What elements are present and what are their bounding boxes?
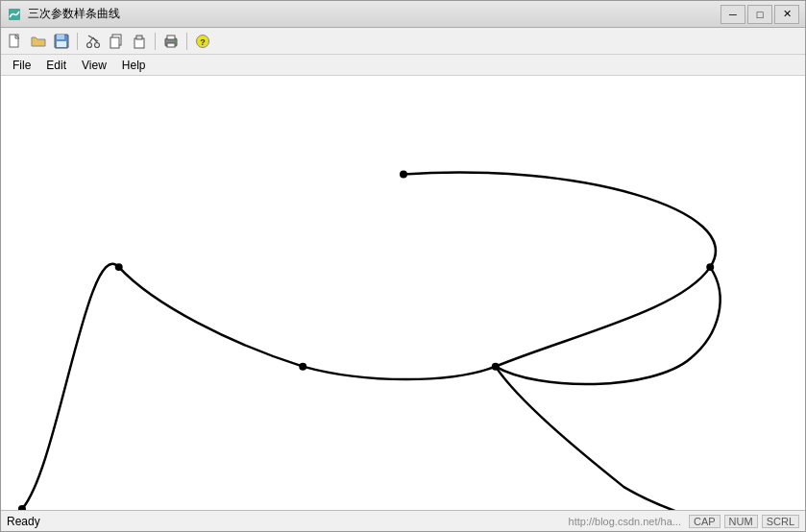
new-button[interactable]: [5, 31, 26, 52]
spline-canvas[interactable]: [1, 76, 805, 510]
print-button[interactable]: [160, 31, 182, 52]
svg-point-6: [95, 42, 100, 47]
cut-button[interactable]: [83, 31, 104, 52]
control-point-4[interactable]: [115, 263, 123, 271]
scrl-indicator: SCRL: [762, 515, 799, 528]
menubar: File Edit View Help: [1, 55, 805, 76]
canvas-area[interactable]: [1, 76, 805, 510]
status-url: http://blog.csdn.net/ha...: [569, 516, 681, 527]
control-point-3[interactable]: [299, 363, 306, 371]
control-point-0[interactable]: [400, 171, 407, 179]
status-text: Ready: [7, 515, 569, 528]
menu-help[interactable]: Help: [114, 57, 154, 74]
minimize-button[interactable]: ─: [721, 5, 745, 24]
main-window: 三次参数样条曲线 ─ □ ✕: [0, 0, 806, 532]
separator-1: [77, 33, 78, 50]
spline-curve-right-lower: [496, 367, 787, 510]
status-indicators: CAP NUM SCRL: [689, 515, 799, 528]
svg-rect-16: [167, 43, 175, 47]
menu-edit[interactable]: Edit: [38, 57, 74, 74]
save-button[interactable]: [51, 31, 72, 52]
open-button[interactable]: [28, 31, 49, 52]
control-point-1[interactable]: [706, 263, 714, 271]
control-point-2[interactable]: [492, 363, 500, 371]
title-bar: 三次参数样条曲线 ─ □ ✕: [1, 1, 805, 28]
svg-point-5: [87, 42, 92, 47]
svg-text:?: ?: [200, 37, 206, 47]
window-controls: ─ □ ✕: [721, 5, 799, 24]
svg-rect-11: [110, 37, 119, 48]
svg-rect-15: [167, 36, 175, 39]
window-icon: [7, 7, 22, 22]
window-title: 三次参数样条曲线: [28, 6, 721, 22]
svg-point-17: [174, 40, 176, 42]
menu-file[interactable]: File: [5, 57, 38, 74]
status-bar: Ready http://blog.csdn.net/ha... CAP NUM…: [1, 510, 805, 531]
svg-rect-4: [57, 41, 66, 47]
close-button[interactable]: ✕: [774, 5, 799, 24]
paste-button[interactable]: [129, 31, 150, 52]
cap-indicator: CAP: [689, 515, 721, 528]
separator-3: [186, 33, 187, 50]
svg-rect-3: [57, 35, 64, 39]
menu-view[interactable]: View: [74, 57, 114, 74]
copy-button[interactable]: [106, 31, 127, 52]
about-button[interactable]: ?: [192, 31, 213, 52]
num-indicator: NUM: [724, 515, 758, 528]
spline-curve-left: [22, 172, 716, 509]
maximize-button[interactable]: □: [747, 5, 772, 24]
separator-2: [155, 33, 156, 50]
svg-rect-13: [136, 36, 142, 39]
toolbar: ?: [1, 28, 805, 55]
svg-line-9: [88, 36, 98, 41]
